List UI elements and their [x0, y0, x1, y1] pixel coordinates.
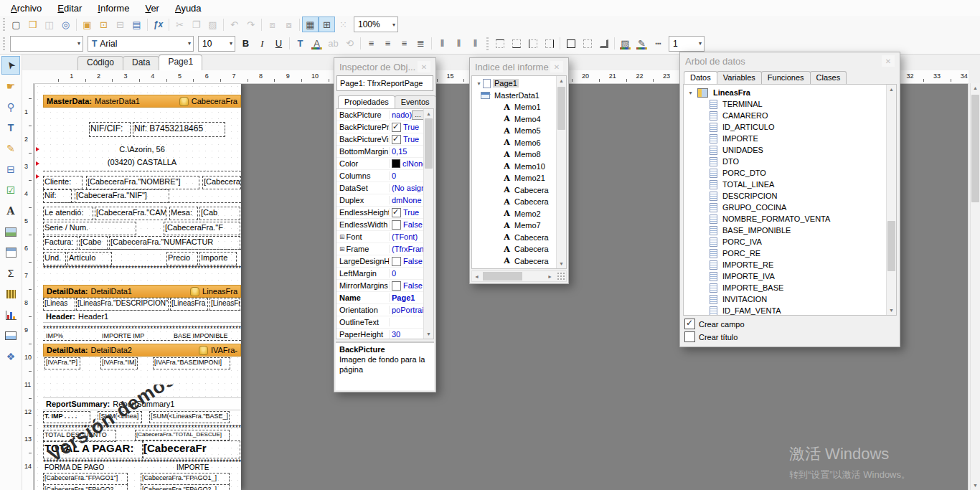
scroll-thumb[interactable]: [971, 95, 979, 202]
field-porc_dto[interactable]: PORC_DTO: [684, 167, 896, 179]
field-terminal[interactable]: TERMINAL: [684, 98, 896, 110]
checkbox-icon[interactable]: [684, 319, 695, 329]
property-checkbox[interactable]: [392, 257, 401, 266]
property-row[interactable]: ⊞Font(TFont): [336, 231, 424, 243]
outline-item-cabecera[interactable]: ACabecera: [472, 243, 566, 255]
property-row[interactable]: PaperHeight30: [336, 329, 424, 339]
scroll-down-icon[interactable]: ▼: [557, 259, 566, 268]
property-value[interactable]: 30: [390, 330, 424, 339]
scroll-down-icon[interactable]: ▼: [424, 329, 433, 339]
outline-item-memo21[interactable]: AMemo21: [472, 172, 566, 184]
outline-horizontal-scrollbar[interactable]: ◄►: [471, 270, 567, 282]
valign-center-button[interactable]: ⫴: [451, 36, 467, 52]
field-nombre_formato_venta[interactable]: NOMBRE_FORMATO_VENTA: [684, 213, 896, 225]
sum-object-tool[interactable]: Σ: [1, 264, 20, 283]
memo-object[interactable]: Le atendió:: [43, 207, 93, 220]
field-importe_base[interactable]: IMPORTE_BASE: [684, 282, 896, 293]
memo-object[interactable]: Serie / Num.: [43, 222, 136, 235]
open-report-button[interactable]: ❒: [24, 17, 41, 32]
select-tool[interactable]: ➤: [1, 56, 20, 75]
memo-object[interactable]: Nif:: [43, 189, 72, 203]
band-detaildata2[interactable]: DetailData:DetailData2IVAFra-: [43, 344, 241, 357]
picture-object-tool[interactable]: [1, 222, 20, 241]
tab-propiedades[interactable]: Propiedades: [338, 95, 395, 108]
property-row[interactable]: DuplexdmNone: [336, 194, 424, 207]
property-value[interactable]: True: [390, 123, 424, 132]
inspector-property-grid[interactable]: BackPicturenado)…BackPicturePrintableTru…: [336, 108, 434, 339]
line-color-button[interactable]: ✎: [633, 36, 650, 52]
memo-object[interactable]: [IVAFra."IM]: [100, 357, 138, 369]
property-row[interactable]: EndlessWidthFalse: [336, 219, 424, 231]
property-value[interactable]: 0: [390, 269, 424, 278]
line-width-combo[interactable]: 1▾: [669, 36, 705, 52]
style-combo[interactable]: ▾: [10, 36, 83, 52]
property-row[interactable]: Columns0: [336, 170, 424, 182]
property-row[interactable]: BackPicturenado)…: [336, 109, 424, 121]
property-value[interactable]: False: [390, 220, 424, 230]
vertical-scrollbar[interactable]: ▲▼: [970, 83, 980, 490]
property-value[interactable]: (TFont): [390, 232, 424, 241]
vertical-scrollbar[interactable]: ▲▼: [886, 85, 896, 315]
property-value[interactable]: poPortrait: [390, 306, 424, 314]
field-porc_re[interactable]: PORC_RE: [684, 248, 896, 259]
scroll-thumb[interactable]: [887, 221, 895, 271]
expand-icon[interactable]: ⊞: [339, 245, 345, 253]
align-justify-button[interactable]: ≣: [413, 36, 429, 52]
chart-object-tool[interactable]: [1, 306, 20, 324]
memo-object[interactable]: [LineasFr: [209, 298, 240, 311]
property-checkbox[interactable]: [392, 281, 401, 291]
property-value[interactable]: True: [390, 135, 424, 144]
property-value[interactable]: True: [390, 208, 424, 217]
toolbar-grip[interactable]: [486, 37, 489, 50]
memo-object[interactable]: Factura:: [43, 236, 77, 250]
memo-object[interactable]: [Cabecera: [202, 176, 241, 189]
property-checkbox[interactable]: [392, 208, 401, 217]
variables-button[interactable]: ƒx: [150, 17, 166, 32]
property-value[interactable]: 0,15: [390, 147, 424, 156]
outline-item-memo4[interactable]: AMemo4: [472, 113, 566, 126]
memo-object[interactable]: [Cabe: [79, 236, 108, 250]
field-invitacion[interactable]: INVITACION: [684, 293, 896, 305]
tab-código[interactable]: Código: [77, 56, 123, 70]
property-row[interactable]: EndlessHeightTrue: [336, 207, 424, 219]
scroll-thumb[interactable]: [557, 87, 565, 130]
field-importe[interactable]: IMPORTE: [684, 133, 896, 144]
fill-color-button[interactable]: ▨: [617, 36, 633, 52]
frame-right-button[interactable]: [541, 36, 557, 52]
align-left-button[interactable]: ≡: [363, 36, 380, 52]
property-row[interactable]: OrientationpoPortrait: [336, 304, 424, 316]
toolbar-grip[interactable]: [3, 18, 5, 31]
outline-tree[interactable]: ▾Page1▾MasterData1AMemo1AMemo4AMemo5AMem…: [471, 75, 567, 269]
bold-button[interactable]: B: [237, 36, 254, 52]
frame-bottom-button[interactable]: [508, 36, 524, 52]
scroll-thumb[interactable]: [425, 118, 433, 169]
preview-button[interactable]: ◎: [57, 17, 74, 32]
scroll-down-icon[interactable]: ▼: [971, 481, 980, 490]
outline-item-memo2[interactable]: AMemo2: [472, 208, 566, 220]
memo-object[interactable]: Nif: B7453218465: [133, 122, 225, 137]
valign-bottom-button[interactable]: ⫴: [467, 36, 484, 52]
outline-item-cabecera[interactable]: ACabecera: [472, 232, 566, 244]
font-size-combo[interactable]: 10▾: [198, 36, 235, 52]
property-value[interactable]: dmNone: [390, 196, 424, 204]
menu-archivo[interactable]: Archivo: [3, 1, 50, 15]
scroll-thumb[interactable]: [483, 272, 522, 281]
inspector-close-icon[interactable]: ✕: [418, 61, 430, 72]
ole-object-tool[interactable]: ❖: [1, 347, 20, 366]
frame-all-button[interactable]: [562, 36, 579, 52]
memo-object[interactable]: [CabeceraFra."F: [164, 222, 240, 235]
property-row[interactable]: BackPicturePrintableTrue: [336, 121, 424, 133]
font-color-button[interactable]: A: [308, 36, 325, 52]
memo-object[interactable]: C.\Azorin, 56: [99, 143, 185, 157]
zoom-combo[interactable]: 100%▾: [354, 17, 398, 32]
shape-object-tool[interactable]: [1, 326, 20, 345]
field-base_imponible[interactable]: BASE_IMPONIBLE: [684, 225, 896, 236]
field-importe_iva[interactable]: IMPORTE_IVA: [684, 270, 896, 282]
field-porc_iva[interactable]: PORC_IVA: [684, 236, 896, 248]
hand-tool[interactable]: ☛: [1, 77, 20, 95]
menu-editar[interactable]: Editar: [50, 1, 90, 15]
memo-object[interactable]: Cliente:: [43, 176, 83, 189]
memo-object[interactable]: [IVAFra."P]: [44, 357, 80, 369]
property-checkbox[interactable]: [392, 220, 401, 230]
property-row[interactable]: LargeDesignHeightFalse: [336, 255, 424, 268]
